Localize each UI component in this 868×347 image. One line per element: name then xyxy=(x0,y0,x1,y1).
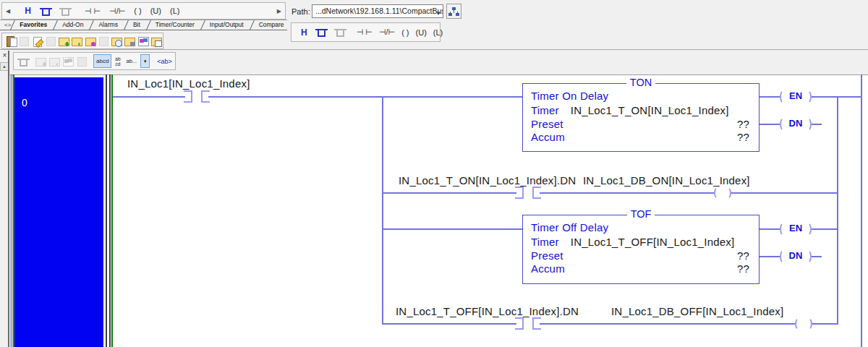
two-line-bottom: cd xyxy=(116,61,121,67)
xio-contact-button-2[interactable]: ⊣/⊢ xyxy=(377,26,397,39)
b2-contact-tag[interactable]: IN_Loc1_T_ON[IN_Loc1_Index].DN xyxy=(399,174,576,187)
b4-coil-symbol[interactable] xyxy=(795,317,812,330)
ladder-element-toolbar-2: H ⊣ ⊢ ⊣/⊢ ( ) (U) (L) xyxy=(291,22,441,42)
ladder-element-toolbar: ◀ H ⊣ ⊢ ⊣/⊢ ( ) (U) (L) ▶ xyxy=(1,2,286,20)
tab-favorites[interactable]: Favorites xyxy=(11,20,54,30)
ton-instruction-block[interactable]: TON Timer On Delay Timer IN_Loc1_T_ON[IN… xyxy=(522,83,760,152)
wire-b4-a xyxy=(383,323,516,325)
b2-contact-symbol[interactable] xyxy=(532,187,541,199)
tof-param-timer: Timer xyxy=(531,236,559,248)
toolbar-divider xyxy=(0,49,868,50)
wire-tof-en-in xyxy=(760,228,780,230)
folder-import-icon[interactable] xyxy=(58,35,69,47)
tag-two-line-button[interactable]: ab cd xyxy=(113,54,122,68)
folder-history-icon[interactable] xyxy=(111,35,122,47)
new-rung-button[interactable]: H xyxy=(22,4,33,17)
dim-icon-3[interactable] xyxy=(98,35,109,47)
b4-contact-tag[interactable]: IN_Loc1_T_OFF[IN_Loc1_Index].DN xyxy=(396,305,579,317)
rslogix-ladder-editor: ◀ H ⊣ ⊢ ⊣/⊢ ( ) (U) (L) ▶ Path: ...dNetw… xyxy=(0,0,868,347)
tof-param-accum: Accum xyxy=(531,262,565,275)
ton-preset-value[interactable]: ?? xyxy=(737,118,749,130)
right-rail xyxy=(861,74,862,347)
tof-preset-value[interactable]: ?? xyxy=(737,249,749,262)
dim-icon-2[interactable] xyxy=(45,35,56,47)
verify-controller-icon[interactable] xyxy=(5,35,17,47)
ton-timer-operand[interactable]: IN_Loc1_T_ON[IN_Loc1_Index] xyxy=(571,104,729,116)
tab-add-on[interactable]: Add-On xyxy=(54,20,90,30)
tof-accum-value[interactable]: ?? xyxy=(737,262,749,275)
b2-contact-symbol[interactable] xyxy=(515,187,524,199)
xic-contact-button[interactable]: ⊣ ⊢ xyxy=(82,4,103,17)
tag-display-dropdown-icon[interactable]: ▼ xyxy=(140,54,150,68)
coil-arc xyxy=(714,187,723,200)
folder-tag-icon[interactable] xyxy=(85,35,96,47)
ton-dn-output[interactable]: DN xyxy=(780,117,812,132)
toolbar-scroll-right-icon[interactable]: ▶ xyxy=(275,4,284,17)
branch-level-button[interactable] xyxy=(57,4,74,17)
tab-compare[interactable]: Compare xyxy=(250,20,291,30)
xic-contact-tag[interactable]: IN_Loc1[IN_Loc1_Index] xyxy=(127,77,250,90)
margin-line xyxy=(10,74,11,347)
tag-description-button[interactable]: ab... xyxy=(124,54,140,68)
wire-main-a xyxy=(113,96,185,98)
rung-number[interactable]: 0 xyxy=(22,97,27,108)
otl-coil-button-2[interactable]: (L) xyxy=(431,26,445,39)
otu-coil-button[interactable]: (U) xyxy=(148,4,163,17)
grid-dim-icon[interactable] xyxy=(76,56,88,67)
coil-arc xyxy=(723,187,731,200)
otl-coil-button[interactable]: (L) xyxy=(168,4,182,17)
rung-margin-selected[interactable] xyxy=(14,77,103,347)
path-combobox[interactable]: ...dNetwork\192.168.1.11\CompactBus\0* ▼ xyxy=(312,4,443,18)
standard-toolbar xyxy=(1,33,163,49)
ton-accum-value[interactable]: ?? xyxy=(737,131,749,143)
tof-timer-operand[interactable]: IN_Loc1_T_OFF[IN_Loc1_Index] xyxy=(571,236,735,248)
dim-icon-1[interactable] xyxy=(18,35,30,47)
trend-image-icon[interactable] xyxy=(137,35,149,47)
show-tag-names-button[interactable]: abcd xyxy=(93,54,111,68)
branch-level-button-2[interactable] xyxy=(332,26,349,39)
who-active-button[interactable] xyxy=(446,4,461,19)
path-value: ...dNetwork\192.168.1.11\CompactBus\0* xyxy=(315,7,443,15)
folder-window-icon[interactable] xyxy=(150,35,162,47)
tof-en-output[interactable]: EN xyxy=(780,222,812,236)
network-browse-icon xyxy=(448,7,459,17)
folder-export-icon[interactable] xyxy=(71,35,82,47)
new-branch-button-2[interactable] xyxy=(313,26,330,39)
new-rung-button-2[interactable]: H xyxy=(299,26,310,39)
new-branch-button[interactable] xyxy=(38,4,54,17)
tab-alarms[interactable]: Alarms xyxy=(90,20,124,30)
wire-b4-b xyxy=(540,323,795,325)
ton-description: Timer On Delay xyxy=(531,90,608,102)
folder-import-dim-icon[interactable] xyxy=(35,56,47,67)
b4-contact-symbol[interactable] xyxy=(532,317,541,330)
tof-param-preset: Preset xyxy=(531,249,563,262)
margin-line xyxy=(12,74,12,347)
ote-coil-button[interactable]: ( ) xyxy=(132,4,143,17)
ote-coil-button-2[interactable]: ( ) xyxy=(399,26,411,39)
b2-coil-tag[interactable]: IN_Loc1_DB_ON[IN_Loc1_Index] xyxy=(583,174,750,187)
ton-en-output[interactable]: EN xyxy=(780,90,812,104)
otu-coil-button-2[interactable]: (U) xyxy=(414,26,429,39)
xio-contact-button[interactable]: ⊣/⊢ xyxy=(107,4,127,17)
tab-input-output[interactable]: Input/Output xyxy=(201,20,250,30)
tag-bracket-button[interactable]: <ab> xyxy=(155,54,174,68)
tof-instruction-block[interactable]: TOF Timer Off Delay Timer IN_Loc1_T_OFF[… xyxy=(522,215,760,284)
b4-contact-symbol[interactable] xyxy=(515,317,524,330)
edit-tag-icon[interactable] xyxy=(32,35,43,47)
trend-dim-icon[interactable] xyxy=(62,56,75,67)
b2-coil-symbol[interactable] xyxy=(714,187,731,200)
xic-contact-symbol[interactable] xyxy=(201,90,210,103)
folder-export-dim-icon[interactable] xyxy=(48,56,61,67)
xic-contact-button-2[interactable]: ⊣ ⊢ xyxy=(354,26,375,39)
folder-search-icon[interactable] xyxy=(124,35,135,47)
tof-dn-output[interactable]: DN xyxy=(780,249,812,264)
path-dropdown-icon[interactable]: ▼ xyxy=(435,7,441,18)
xic-contact-symbol[interactable] xyxy=(184,90,192,103)
wire-b2-c xyxy=(731,192,837,194)
b4-coil-tag[interactable]: IN_Loc1_DB_OFF[IN_Loc1_Index] xyxy=(611,305,783,317)
toolbar-scroll-left-icon[interactable]: ◀ xyxy=(4,4,12,17)
ladder-branch-icon[interactable] xyxy=(17,56,30,67)
branch-vertical-left xyxy=(382,96,383,325)
tab-timer-counter[interactable]: Timer/Counter xyxy=(147,20,201,30)
tab-bit[interactable]: Bit xyxy=(124,20,147,30)
